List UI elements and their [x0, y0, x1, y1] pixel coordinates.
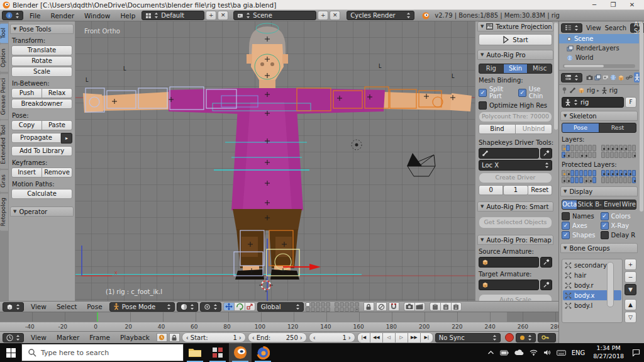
battery-icon[interactable] — [500, 350, 509, 356]
split-part-checkbox[interactable]: ✓ — [479, 89, 487, 97]
layer-cell-7[interactable] — [632, 170, 636, 176]
x-ray-checkbox[interactable]: ✓ — [601, 222, 609, 230]
bone-group-specials-button[interactable]: ▼ — [625, 284, 636, 295]
layer-cell-13[interactable] — [623, 152, 627, 158]
armature-layers-right[interactable] — [601, 145, 636, 158]
view-layer-3[interactable] — [321, 302, 325, 307]
3d-viewport[interactable]: x — [75, 21, 475, 301]
transform-button-0[interactable]: Translate — [11, 45, 72, 55]
layer-cell-10[interactable] — [570, 177, 574, 183]
layer-cell-8[interactable] — [601, 177, 605, 183]
layer-cell-3[interactable] — [575, 145, 579, 151]
viewport-shading-selector[interactable] — [177, 302, 198, 312]
display-panel-header[interactable]: ▼ Display — [560, 186, 638, 196]
snap-button[interactable] — [389, 302, 399, 311]
arp-tab-2[interactable]: Misc — [528, 64, 552, 73]
taskbar-file-explorer[interactable] — [184, 343, 206, 362]
view-layer-9[interactable] — [326, 307, 330, 312]
push-button[interactable]: Push — [11, 88, 42, 98]
breadcrumb-object[interactable]: rig — [587, 87, 595, 94]
render-anim-button[interactable] — [414, 302, 425, 311]
current-frame-field[interactable]: ‹ 1 › — [309, 332, 355, 342]
calculate-paths-button[interactable]: Calculate — [11, 189, 72, 199]
view-layer-2[interactable] — [316, 302, 320, 307]
delete-scene-button[interactable]: ✕ — [330, 11, 340, 20]
view-layer-11[interactable] — [340, 302, 344, 307]
manipulator-translate-button[interactable] — [223, 302, 234, 311]
layer-cell-1[interactable] — [606, 170, 609, 176]
layer-cell-14[interactable] — [628, 152, 631, 158]
shapes-checkbox[interactable]: ✓ — [562, 231, 570, 239]
copy-pose-header-button[interactable] — [430, 302, 440, 311]
editor-type-3dview[interactable] — [3, 302, 24, 312]
layer-cell-7[interactable] — [632, 145, 636, 151]
layer-cell-3[interactable] — [614, 170, 618, 176]
layer-cell-9[interactable] — [606, 152, 609, 158]
view-layer-13[interactable] — [350, 302, 354, 307]
layer-cell-7[interactable] — [592, 145, 596, 151]
source-armature-field[interactable] — [479, 257, 539, 268]
display-mode-1[interactable]: Stick — [577, 200, 593, 209]
layer-cell-12[interactable] — [579, 177, 583, 183]
eyedropper-button[interactable] — [540, 148, 552, 159]
tab-render-layers[interactable] — [594, 72, 601, 82]
remove-bone-group-button[interactable]: − — [625, 271, 636, 283]
active-keying-set-field[interactable] — [538, 333, 556, 342]
operator-panel-header[interactable]: ▼ Operator — [10, 206, 74, 217]
view-layer-10[interactable] — [335, 302, 339, 307]
protected-layers-right[interactable] — [601, 170, 636, 183]
bone-groups-scrollbar[interactable] — [607, 262, 614, 307]
onedrive-icon[interactable] — [514, 349, 524, 356]
eyedropper-button[interactable] — [540, 280, 552, 290]
bone-groups-panel-header[interactable]: ▼ Bone Groups — [560, 243, 638, 253]
lock-button[interactable] — [364, 302, 374, 311]
insert-keyframe-button[interactable]: Insert — [11, 167, 42, 178]
tab-object[interactable] — [618, 72, 625, 82]
layer-cell-1[interactable] — [606, 145, 609, 151]
layer-cell-2[interactable] — [570, 145, 574, 151]
volume-icon[interactable] — [543, 349, 551, 356]
layer-cell-0[interactable] — [601, 145, 605, 151]
editor-type-info[interactable]: i — [2, 11, 23, 20]
breakdowner-button[interactable]: Breakdowner — [11, 99, 72, 109]
relax-button[interactable]: Relax — [42, 88, 72, 98]
arp-smart-header[interactable]: ▼ Auto-Rig Pro: Smart — [477, 201, 553, 212]
proportional-edit-button[interactable] — [376, 302, 387, 311]
layer-cell-8[interactable] — [562, 177, 565, 183]
paste-flipped-button[interactable] — [451, 302, 462, 311]
timeline-ruler[interactable]: -40-200204060801001201401601802002202402… — [0, 322, 558, 332]
layer-cell-5[interactable] — [623, 170, 627, 176]
add-to-library-button[interactable]: Add To Library — [11, 146, 72, 156]
shelf-tab-5[interactable]: Retopolog — [0, 193, 8, 230]
pose-tools-header[interactable]: ▼ Pose Tools — [10, 24, 74, 34]
view3d-menu-0[interactable]: View — [26, 303, 52, 310]
pin-icon[interactable] — [562, 87, 567, 94]
layer-cell-13[interactable] — [623, 177, 627, 183]
layer-cell-11[interactable] — [575, 152, 579, 158]
breadcrumb-data[interactable]: rig — [609, 87, 618, 94]
layer-cell-2[interactable] — [610, 145, 614, 151]
auto-scale-button[interactable]: Auto Scale — [479, 294, 552, 301]
manipulator-rotate-button[interactable] — [234, 302, 245, 311]
auto-rig-pro-header[interactable]: ▼ Auto-Rig Pro — [477, 50, 553, 60]
arp-scrollbar[interactable] — [554, 23, 558, 130]
tab-scene[interactable] — [602, 72, 609, 82]
shelf-tab-1[interactable]: Option — [0, 44, 8, 72]
tray-chevron-up-icon[interactable] — [487, 350, 494, 355]
layer-cell-4[interactable] — [579, 170, 583, 176]
propagate-button[interactable]: Propagate — [11, 133, 61, 143]
layer-cell-5[interactable] — [584, 170, 587, 176]
display-mode-0[interactable]: Octa — [562, 200, 577, 209]
layer-cell-12[interactable] — [579, 152, 583, 158]
shelf-tab-4[interactable]: Gras — [0, 170, 8, 192]
close-button[interactable]: ✕ — [623, 0, 641, 9]
minimize-button[interactable]: ─ — [585, 0, 604, 9]
view-layer-7[interactable] — [316, 307, 320, 312]
timeline-menu-2[interactable]: Frame — [84, 334, 115, 341]
layer-cell-4[interactable] — [579, 145, 583, 151]
layer-cell-4[interactable] — [619, 170, 623, 176]
move-group-up-button[interactable]: ▲ — [625, 299, 636, 310]
unbind-button[interactable]: Unbind — [516, 124, 552, 134]
layer-cell-14[interactable] — [588, 152, 592, 158]
touch-keyboard-icon[interactable] — [557, 350, 566, 356]
